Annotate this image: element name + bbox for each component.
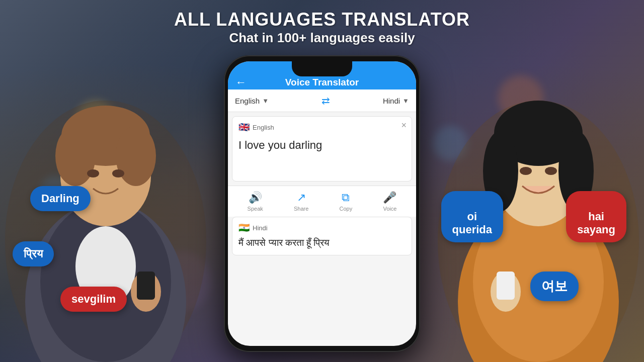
- source-language-selector[interactable]: English ▼: [235, 97, 269, 105]
- source-lang-display: English: [253, 124, 274, 131]
- output-text: मैं आपसे प्यार करता हूँ प्रिय: [238, 236, 406, 250]
- voice-button[interactable]: 🎤 Voice: [383, 191, 396, 212]
- copy-icon: ⧉: [342, 191, 350, 204]
- input-text[interactable]: I love you darling: [238, 136, 406, 176]
- target-flag: 🇮🇳: [238, 222, 250, 233]
- target-lang-display: Hindi: [253, 224, 268, 232]
- bubble-oi-querida: oiquerida: [441, 191, 503, 242]
- output-section: 🇮🇳 Hindi मैं आपसे प्यार करता हूँ प्रिय: [232, 217, 412, 255]
- clear-input-button[interactable]: ×: [401, 121, 407, 130]
- back-button[interactable]: ←: [235, 76, 247, 89]
- bubble-darling: Darling: [30, 186, 91, 211]
- language-selector-row: English ▼ ⇄ Hindi ▼: [228, 89, 416, 112]
- svg-point-21: [520, 167, 532, 175]
- target-language-selector[interactable]: Hindi ▼: [383, 97, 409, 105]
- header-section: ALL LANGUAGES TRANSLATOR Chat in 100+ la…: [0, 9, 644, 46]
- phone-notch: [292, 61, 352, 76]
- target-lang-dropdown-icon: ▼: [403, 97, 409, 105]
- input-section: 🇬🇧 English × I love you darling: [232, 116, 412, 182]
- source-lang-label: English: [235, 97, 260, 105]
- target-lang-label: Hindi: [383, 97, 400, 105]
- speak-button[interactable]: 🔊 Speak: [248, 191, 263, 212]
- phone-container: ← Voice Translator English ▼ ⇄ Hindi ▼ 🇬…: [224, 55, 420, 352]
- speak-icon: 🔊: [249, 191, 262, 204]
- speak-label: Speak: [248, 206, 263, 212]
- app-bar-title: Voice Translator: [253, 77, 391, 88]
- svg-point-7: [55, 126, 96, 186]
- share-button[interactable]: ↗ Share: [294, 191, 308, 212]
- action-row: 🔊 Speak ↗ Share ⧉ Copy 🎤 Voice: [228, 186, 416, 217]
- phone-outer: ← Voice Translator English ▼ ⇄ Hindi ▼ 🇬…: [224, 55, 420, 352]
- bubble-hai-sayang: haisayang: [566, 191, 626, 242]
- copy-label: Copy: [340, 206, 353, 212]
- svg-rect-24: [497, 272, 515, 300]
- source-lang-dropdown-icon: ▼: [262, 97, 269, 105]
- share-label: Share: [294, 206, 308, 212]
- voice-icon: 🎤: [383, 191, 396, 204]
- bubble-sevgilim: sevgilim: [60, 287, 127, 312]
- output-lang-label: 🇮🇳 Hindi: [238, 222, 406, 233]
- svg-point-8: [116, 126, 156, 186]
- swap-languages-button[interactable]: ⇄: [321, 95, 330, 107]
- svg-point-10: [112, 169, 124, 177]
- svg-rect-12: [137, 272, 155, 300]
- voice-label: Voice: [383, 206, 396, 212]
- bubble-yeobo: 여보: [530, 272, 579, 301]
- share-icon: ↗: [297, 191, 306, 204]
- app-subtitle: Chat in 100+ languages easily: [0, 30, 644, 46]
- source-flag: 🇬🇧: [238, 122, 250, 133]
- bubble-priy: प्रिय: [13, 241, 54, 266]
- svg-point-9: [87, 169, 99, 177]
- input-lang-label: 🇬🇧 English: [238, 122, 406, 133]
- phone-screen: ← Voice Translator English ▼ ⇄ Hindi ▼ 🇬…: [228, 61, 416, 346]
- copy-button[interactable]: ⧉ Copy: [340, 191, 353, 212]
- app-title: ALL LANGUAGES TRANSLATOR: [0, 9, 644, 30]
- svg-point-22: [545, 167, 557, 175]
